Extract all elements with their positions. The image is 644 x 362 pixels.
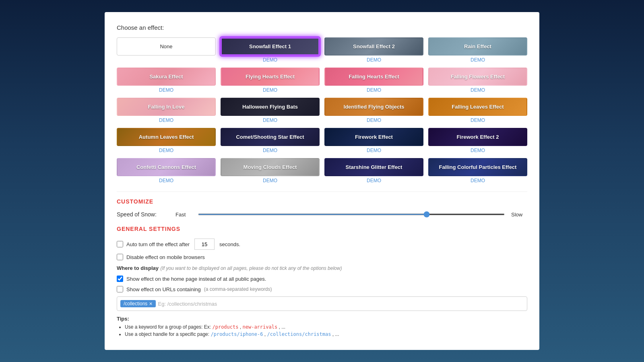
- demo-link-falling-flowers[interactable]: DEMO: [471, 87, 485, 93]
- effect-btn-falling-leaves[interactable]: Falling Leaves Effect: [428, 98, 527, 116]
- disable-mobile-label: Disable effect on mobile browsers: [126, 254, 205, 260]
- effect-item-snowfall1: Snowfall Effect 1DEMO: [221, 37, 320, 63]
- demo-link-starshine[interactable]: DEMO: [367, 178, 381, 183]
- seconds-input[interactable]: 15: [194, 239, 215, 250]
- effect-btn-sakura[interactable]: Sakura Effect: [117, 68, 216, 86]
- effect-btn-falling-flowers[interactable]: Falling Flowers Effect: [428, 68, 527, 86]
- speed-fast-label: Fast: [175, 212, 192, 218]
- effects-grid: NoneSnowfall Effect 1DEMOSnowfall Effect…: [117, 37, 527, 183]
- effect-item-falling-leaves: Falling Leaves EffectDEMO: [428, 98, 527, 123]
- effect-btn-starshine[interactable]: Starshine Glitter Effect: [324, 158, 423, 176]
- demo-link-falling-love[interactable]: DEMO: [159, 117, 173, 123]
- effect-item-identified-flying: Identified Flying ObjectsDEMO: [324, 98, 423, 123]
- effect-btn-clouds[interactable]: Moving Clouds Effect: [221, 158, 320, 176]
- effect-item-firework: Firework EffectDEMO: [324, 128, 423, 153]
- effect-item-firework2: Firework Effect 2DEMO: [428, 128, 527, 153]
- effect-item-falling-hearts: Falling Hearts EffectDEMO: [324, 68, 423, 93]
- show-urls-checkbox[interactable]: [117, 286, 123, 292]
- effect-item-autumn-leaves: Autumn Leaves EffectDEMO: [117, 128, 216, 153]
- effect-item-falling-colorful: Falling Colorful Particles EffectDEMO: [428, 158, 527, 183]
- effect-btn-snowfall1[interactable]: Snowfall Effect 1: [221, 37, 320, 56]
- effect-item-snowfall2: Snowfall Effect 2DEMO: [324, 37, 423, 63]
- demo-link-identified-flying[interactable]: DEMO: [367, 117, 381, 123]
- effect-item-flying-hearts: Flying Hearts EffectDEMO: [221, 68, 320, 93]
- where-display-title: Where to display: [117, 265, 159, 271]
- show-urls-row: Show effect on URLs containing (a comma-…: [117, 286, 527, 292]
- code-iphone: /products/iphone-6: [211, 331, 263, 337]
- effect-btn-firework[interactable]: Firework Effect: [324, 128, 423, 146]
- effect-item-starshine: Starshine Glitter EffectDEMO: [324, 158, 423, 183]
- demo-link-autumn-leaves[interactable]: DEMO: [159, 148, 173, 153]
- effect-btn-firework2[interactable]: Firework Effect 2: [428, 128, 527, 146]
- demo-link-comet[interactable]: DEMO: [263, 148, 277, 153]
- effect-item-comet: Comet/Shooting Star EffectDEMO: [221, 128, 320, 153]
- show-urls-note: (a comma-separated keywords): [204, 286, 272, 292]
- demo-link-snowfall1[interactable]: DEMO: [263, 57, 277, 63]
- show-homepage-checkbox[interactable]: [117, 276, 123, 282]
- demo-link-firework2[interactable]: DEMO: [471, 148, 485, 153]
- url-placeholder: Eg: /collections/christmas: [158, 301, 217, 307]
- effect-btn-halloween[interactable]: Halloween Flying Bats: [221, 98, 320, 116]
- url-tag-text: /collections: [124, 301, 147, 306]
- tips-list: Use a keyword for a group of pages: Ex: …: [117, 324, 527, 337]
- auto-turnoff-row: Auto turn off the effect after 15 second…: [117, 239, 527, 250]
- speed-row: Speed of Snow: Fast Slow: [117, 211, 527, 218]
- effect-item-none: None: [117, 37, 216, 63]
- effect-btn-comet[interactable]: Comet/Shooting Star Effect: [221, 128, 320, 146]
- effect-btn-confetti[interactable]: Confetti Cannons Effect: [117, 158, 216, 176]
- demo-link-firework[interactable]: DEMO: [367, 148, 381, 153]
- demo-link-falling-colorful[interactable]: DEMO: [471, 178, 485, 183]
- tip-2: Use a object handle for a specific page:…: [125, 331, 527, 337]
- show-homepage-label: Show effect on the home page instead of …: [126, 276, 266, 282]
- effect-btn-none[interactable]: None: [117, 37, 216, 56]
- demo-link-falling-hearts[interactable]: DEMO: [367, 87, 381, 93]
- auto-turnoff-label: Auto turn off the effect after: [126, 241, 190, 247]
- general-title: GENERAL SETTINGS: [117, 226, 527, 232]
- demo-link-snowfall2[interactable]: DEMO: [367, 57, 381, 63]
- effect-btn-falling-colorful[interactable]: Falling Colorful Particles Effect: [428, 158, 527, 176]
- demo-link-flying-hearts[interactable]: DEMO: [263, 87, 277, 93]
- effect-item-rain: Rain EffectDEMO: [428, 37, 527, 63]
- code-new-arrivals: new-arrivals: [243, 324, 278, 330]
- effect-btn-rain[interactable]: Rain Effect: [428, 37, 527, 56]
- tip-1: Use a keyword for a group of pages: Ex: …: [125, 324, 527, 330]
- speed-slow-label: Slow: [511, 212, 527, 218]
- effect-item-sakura: Sakura EffectDEMO: [117, 68, 216, 93]
- demo-link-falling-leaves[interactable]: DEMO: [471, 117, 485, 123]
- effect-item-halloween: Halloween Flying BatsDEMO: [221, 98, 320, 123]
- effect-item-falling-love: Falling In LoveDEMO: [117, 98, 216, 123]
- tips-section: Tips: Use a keyword for a group of pages…: [117, 316, 527, 337]
- effect-btn-autumn-leaves[interactable]: Autumn Leaves Effect: [117, 128, 216, 146]
- demo-link-halloween[interactable]: DEMO: [263, 117, 277, 123]
- customize-section: CUSTOMIZE Speed of Snow: Fast Slow GENER…: [117, 191, 527, 337]
- effect-btn-falling-love[interactable]: Falling In Love: [117, 98, 216, 116]
- speed-label: Speed of Snow:: [117, 211, 169, 218]
- effect-btn-snowfall2[interactable]: Snowfall Effect 2: [324, 37, 423, 56]
- effect-item-clouds: Moving Clouds EffectDEMO: [221, 158, 320, 183]
- choose-label: Choose an effect:: [117, 24, 527, 31]
- url-tag: /collections ×: [120, 300, 156, 307]
- auto-turnoff-suffix: seconds.: [219, 241, 240, 247]
- demo-link-sakura[interactable]: DEMO: [159, 87, 173, 93]
- show-urls-label: Show effect on URLs containing: [126, 286, 201, 292]
- demo-link-rain[interactable]: DEMO: [471, 57, 485, 63]
- effect-item-confetti: Confetti Cannons EffectDEMO: [117, 158, 216, 183]
- tips-title: Tips:: [117, 316, 527, 322]
- effect-btn-falling-hearts[interactable]: Falling Hearts Effect: [324, 68, 423, 86]
- effect-btn-identified-flying[interactable]: Identified Flying Objects: [324, 98, 423, 116]
- code-christmas: /collections/christmas: [267, 331, 331, 337]
- auto-turnoff-checkbox[interactable]: [117, 241, 123, 247]
- effect-item-falling-flowers: Falling Flowers EffectDEMO: [428, 68, 527, 93]
- url-input-row[interactable]: /collections × Eg: /collections/christma…: [117, 296, 527, 311]
- demo-link-confetti[interactable]: DEMO: [159, 178, 173, 183]
- main-panel: Choose an effect: NoneSnowfall Effect 1D…: [105, 12, 539, 350]
- speed-slider[interactable]: [198, 214, 505, 215]
- effect-btn-flying-hearts[interactable]: Flying Hearts Effect: [221, 68, 320, 86]
- url-tag-close-icon[interactable]: ×: [149, 301, 152, 306]
- where-display-row: Where to display (If you want to be disp…: [117, 264, 527, 272]
- disable-mobile-row: Disable effect on mobile browsers: [117, 254, 527, 260]
- disable-mobile-checkbox[interactable]: [117, 254, 123, 260]
- show-homepage-row: Show effect on the home page instead of …: [117, 276, 527, 282]
- customize-title: CUSTOMIZE: [117, 198, 527, 205]
- demo-link-clouds[interactable]: DEMO: [263, 178, 277, 183]
